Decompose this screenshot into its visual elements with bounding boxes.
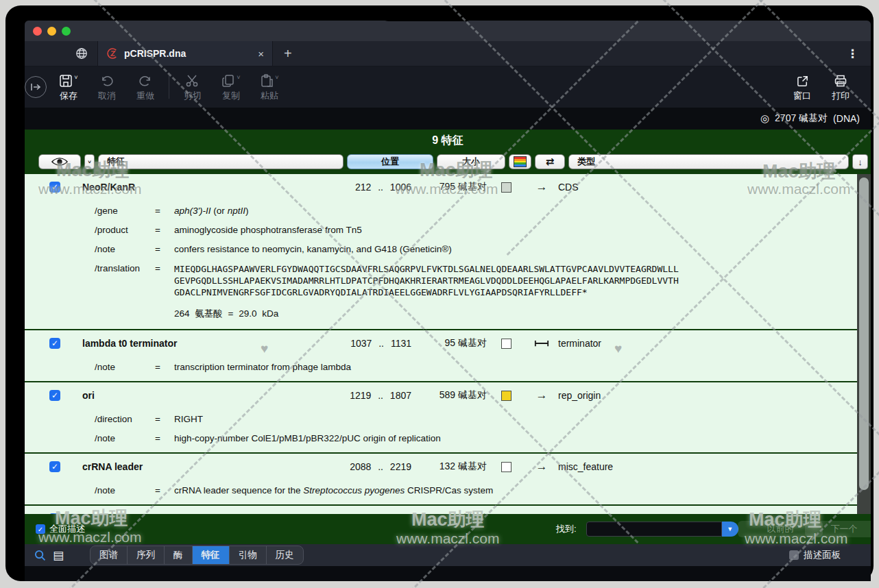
- feature-checkbox[interactable]: ✓: [49, 338, 60, 349]
- qualifier-equals: =: [155, 206, 174, 216]
- feature-qualifier: /note=high-copy-number ColE1/pMB1/pBR322…: [25, 433, 871, 443]
- feature-position: 2088 .. 2219: [309, 461, 411, 472]
- window-button[interactable]: 窗口: [783, 73, 821, 102]
- qualifier-equals: =: [155, 414, 174, 424]
- globe-icon[interactable]: [75, 47, 88, 60]
- feature-checkbox[interactable]: ✓: [49, 390, 60, 401]
- cut-button[interactable]: 剪切: [173, 73, 212, 102]
- camera-notch: [381, 5, 474, 21]
- scrollbar-thumb[interactable]: [859, 177, 869, 490]
- redo-button[interactable]: 重做: [126, 73, 165, 102]
- view-tab-引物[interactable]: 引物: [230, 546, 267, 564]
- visibility-caret-button[interactable]: ˅: [84, 154, 95, 169]
- feature-swatch-cell: [487, 182, 525, 193]
- feature-row[interactable]: ✓DR2220 .. 225536 碱基对repeat_region: [25, 506, 871, 514]
- full-description-checkbox[interactable]: ✓: [36, 524, 45, 534]
- qualifier-label: /note: [95, 362, 155, 372]
- feature-checkbox[interactable]: ✓: [49, 182, 60, 193]
- feature-type: rep_origin: [558, 390, 871, 401]
- overflow-menu-icon[interactable]: ⋮: [847, 47, 858, 61]
- qualifier-text-segment: Streptococcus pyogenes: [303, 485, 405, 495]
- view-tab-序列[interactable]: 序列: [128, 546, 165, 564]
- print-label: 打印: [832, 90, 850, 102]
- column-size[interactable]: 大小: [437, 154, 505, 169]
- column-type[interactable]: 类型: [568, 154, 849, 169]
- qualifier-text-segment: aminoglycoside phosphotransferase from T…: [174, 225, 362, 235]
- feature-qualifier: /product=aminoglycoside phosphotransfera…: [25, 225, 871, 235]
- search-icon[interactable]: [34, 550, 46, 561]
- tab-close-icon[interactable]: ×: [258, 48, 264, 60]
- translation-line: MIEQDGLHAGSPAAWVERLFGYDWAQQTIGCSDAAVFRLS…: [174, 263, 857, 275]
- feature-row[interactable]: ✓ori1219 .. 1807589 碱基对→rep_origin/direc…: [25, 382, 871, 454]
- qualifier-label: /note: [95, 433, 155, 443]
- feature-name: lambda t0 terminator: [82, 338, 309, 349]
- find-input[interactable]: [586, 522, 722, 537]
- feature-row[interactable]: ✓NeoR/KanR212 .. 1006795 碱基对→CDS/gene=ap…: [25, 174, 871, 330]
- screenshot-stage: pCRISPR.dna × + ⋮ ˅: [0, 0, 879, 588]
- feature-size: 95 碱基对: [411, 337, 487, 350]
- cut-label: 剪切: [184, 90, 202, 102]
- qualifier-text-segment: RIGHT: [174, 414, 203, 424]
- description-panel-toggle[interactable]: 描述面板: [789, 549, 841, 561]
- feature-swatch-cell: [487, 462, 525, 472]
- feature-qualifier: /direction=RIGHT: [25, 414, 871, 424]
- feature-color-swatch: [501, 391, 511, 401]
- paste-button[interactable]: ˅ 粘贴: [250, 73, 289, 102]
- document-tab-title: pCRISPR.dna: [124, 48, 252, 59]
- rainbow-swatch-icon: [514, 156, 527, 167]
- qualifier-text-segment: high-copy-number ColE1/pMB1/pBR322/pUC o…: [174, 433, 441, 443]
- qualifier-text-segment: crRNA leader sequence for the: [174, 485, 303, 495]
- column-direction-button[interactable]: ⇄: [535, 154, 565, 169]
- feature-type: terminator: [558, 338, 871, 349]
- undo-button[interactable]: 取消: [88, 73, 126, 102]
- feature-qualifier: /note=transcription terminator from phag…: [25, 362, 871, 372]
- find-bar: ✓ 全面描述 找到: ▼ 以前的 下一个: [25, 514, 871, 544]
- feature-size: 132 碱基对: [411, 461, 487, 473]
- qualifier-equals: =: [155, 244, 174, 254]
- description-panel-checkbox[interactable]: [789, 550, 799, 560]
- feature-qualifier: /gene=aph(3')-II (or nptII): [25, 206, 871, 216]
- view-tab-图谱[interactable]: 图谱: [91, 546, 128, 564]
- feature-direction-icon: [525, 339, 558, 347]
- column-feature[interactable]: 特征: [98, 154, 344, 169]
- feature-row[interactable]: ✓lambda t0 terminator1037 .. 113195 碱基对t…: [25, 330, 871, 382]
- qualifier-equals: =: [155, 263, 174, 273]
- feature-size: 589 碱基对: [411, 389, 487, 402]
- toolbar-right-group: 窗口 打印: [783, 73, 871, 102]
- printer-icon: [834, 73, 847, 88]
- document-tab[interactable]: pCRISPR.dna ×: [97, 41, 273, 66]
- column-color-button[interactable]: [509, 154, 531, 169]
- qualifier-equals: =: [155, 485, 174, 495]
- qualifier-text-segment: transcription terminator from phage lamb…: [174, 362, 351, 372]
- copy-button[interactable]: ˅ 复制: [212, 73, 250, 102]
- view-tab-特征[interactable]: 特征: [193, 546, 230, 564]
- toolbar-divider: [169, 75, 169, 99]
- vertical-scrollbar[interactable]: [857, 174, 871, 514]
- close-window-button[interactable]: [33, 27, 42, 36]
- save-button[interactable]: ˅ 保存: [49, 73, 88, 102]
- new-tab-button[interactable]: +: [284, 46, 292, 62]
- visibility-button[interactable]: [38, 154, 81, 169]
- feature-qualifier: /note=confers resistance to neomycin, ka…: [25, 244, 871, 254]
- app-window: pCRISPR.dna × + ⋮ ˅: [25, 21, 871, 581]
- qualifier-equals: =: [155, 225, 174, 235]
- feature-checkbox[interactable]: ✓: [49, 461, 60, 472]
- full-description-label: 全面描述: [49, 523, 85, 535]
- feature-row[interactable]: ✓crRNA leader2088 .. 2219132 碱基对→misc_fe…: [25, 454, 871, 506]
- view-tab-历史[interactable]: 历史: [267, 546, 303, 564]
- paste-icon: ˅: [260, 73, 278, 88]
- qualifier-text-segment: ): [245, 206, 249, 216]
- view-tab-酶[interactable]: 酶: [165, 546, 193, 564]
- zoom-window-button[interactable]: [62, 27, 71, 36]
- sort-descending-button[interactable]: ↓: [852, 154, 868, 169]
- feature-table: ✓NeoR/KanR212 .. 1006795 碱基对→CDS/gene=ap…: [25, 174, 871, 514]
- collapse-toolbar-button[interactable]: [25, 76, 47, 98]
- find-dropdown-button[interactable]: ▼: [722, 522, 738, 537]
- minimize-window-button[interactable]: [47, 27, 56, 36]
- save-icon: ˅: [59, 73, 77, 88]
- print-button[interactable]: 打印: [821, 73, 860, 102]
- list-panel-icon[interactable]: ▤: [53, 548, 64, 563]
- column-position[interactable]: 位置: [347, 154, 433, 169]
- find-next-button[interactable]: 下一个: [805, 521, 871, 537]
- qualifier-value: high-copy-number ColE1/pMB1/pBR322/pUC o…: [174, 433, 871, 443]
